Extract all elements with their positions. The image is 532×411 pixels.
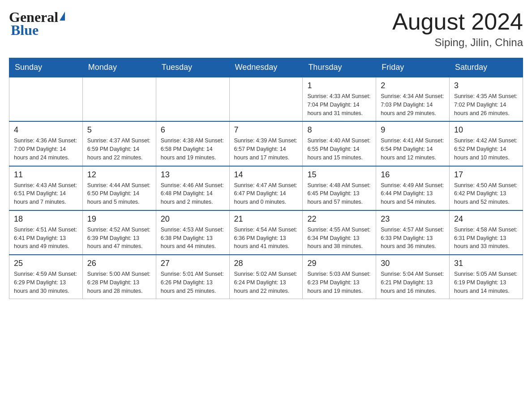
column-header-saturday: Saturday <box>450 58 523 77</box>
day-info: Sunrise: 4:52 AM Sunset: 6:39 PM Dayligh… <box>87 226 151 251</box>
day-info: Sunrise: 4:53 AM Sunset: 6:38 PM Dayligh… <box>161 226 225 251</box>
day-number: 21 <box>234 214 298 224</box>
day-number: 29 <box>307 259 371 268</box>
week-row-5: 25Sunrise: 4:59 AM Sunset: 6:29 PM Dayli… <box>9 255 523 299</box>
calendar-cell: 12Sunrise: 4:44 AM Sunset: 6:50 PM Dayli… <box>82 166 156 210</box>
calendar-cell: 4Sunrise: 4:36 AM Sunset: 7:00 PM Daylig… <box>9 121 83 166</box>
title-block: August 2024 Siping, Jilin, China <box>392 9 523 49</box>
calendar-cell: 26Sunrise: 5:00 AM Sunset: 6:28 PM Dayli… <box>82 255 156 299</box>
day-info: Sunrise: 4:55 AM Sunset: 6:34 PM Dayligh… <box>307 226 371 251</box>
day-info: Sunrise: 4:40 AM Sunset: 6:55 PM Dayligh… <box>307 137 371 162</box>
day-number: 25 <box>14 259 78 268</box>
page-header: General Blue August 2024 Siping, Jilin, … <box>9 9 523 49</box>
day-number: 26 <box>87 259 151 268</box>
day-number: 3 <box>454 81 518 90</box>
month-title: August 2024 <box>392 9 523 34</box>
calendar-cell: 8Sunrise: 4:40 AM Sunset: 6:55 PM Daylig… <box>303 121 376 166</box>
day-info: Sunrise: 4:34 AM Sunset: 7:03 PM Dayligh… <box>381 92 445 117</box>
column-header-friday: Friday <box>376 58 450 77</box>
day-info: Sunrise: 5:03 AM Sunset: 6:23 PM Dayligh… <box>307 270 371 295</box>
day-number: 7 <box>234 125 298 135</box>
day-info: Sunrise: 4:35 AM Sunset: 7:02 PM Dayligh… <box>454 92 518 117</box>
day-number: 16 <box>381 170 445 180</box>
column-header-wednesday: Wednesday <box>229 58 303 77</box>
day-number: 6 <box>161 125 225 135</box>
day-number: 31 <box>454 259 518 268</box>
day-number: 22 <box>307 214 371 224</box>
calendar-cell: 18Sunrise: 4:51 AM Sunset: 6:41 PM Dayli… <box>9 210 83 255</box>
day-info: Sunrise: 5:01 AM Sunset: 6:26 PM Dayligh… <box>161 270 225 295</box>
day-number: 1 <box>307 81 371 90</box>
day-number: 10 <box>454 125 518 135</box>
day-info: Sunrise: 4:47 AM Sunset: 6:47 PM Dayligh… <box>234 181 298 206</box>
day-number: 17 <box>454 170 518 180</box>
day-info: Sunrise: 4:51 AM Sunset: 6:41 PM Dayligh… <box>14 226 78 251</box>
day-number: 19 <box>87 214 151 224</box>
day-number: 4 <box>14 125 78 135</box>
calendar-cell: 22Sunrise: 4:55 AM Sunset: 6:34 PM Dayli… <box>303 210 376 255</box>
day-info: Sunrise: 4:46 AM Sunset: 6:48 PM Dayligh… <box>161 181 225 206</box>
day-info: Sunrise: 4:57 AM Sunset: 6:33 PM Dayligh… <box>381 226 445 251</box>
calendar-cell: 30Sunrise: 5:04 AM Sunset: 6:21 PM Dayli… <box>376 255 450 299</box>
calendar-cell: 11Sunrise: 4:43 AM Sunset: 6:51 PM Dayli… <box>9 166 83 210</box>
day-info: Sunrise: 4:43 AM Sunset: 6:51 PM Dayligh… <box>14 181 78 206</box>
day-number: 12 <box>87 170 151 180</box>
day-number: 14 <box>234 170 298 180</box>
logo-blue-text: Blue <box>11 22 39 39</box>
calendar-cell: 3Sunrise: 4:35 AM Sunset: 7:02 PM Daylig… <box>450 77 523 121</box>
day-number: 13 <box>161 170 225 180</box>
day-info: Sunrise: 4:36 AM Sunset: 7:00 PM Dayligh… <box>14 137 78 162</box>
column-header-thursday: Thursday <box>303 58 376 77</box>
day-info: Sunrise: 4:41 AM Sunset: 6:54 PM Dayligh… <box>381 137 445 162</box>
day-number: 2 <box>381 81 445 90</box>
day-info: Sunrise: 4:59 AM Sunset: 6:29 PM Dayligh… <box>14 270 78 295</box>
day-info: Sunrise: 4:50 AM Sunset: 6:42 PM Dayligh… <box>454 181 518 206</box>
week-row-3: 11Sunrise: 4:43 AM Sunset: 6:51 PM Dayli… <box>9 166 523 210</box>
logo-triangle-icon <box>60 12 65 21</box>
day-number: 9 <box>381 125 445 135</box>
day-info: Sunrise: 4:58 AM Sunset: 6:31 PM Dayligh… <box>454 226 518 251</box>
calendar-cell: 28Sunrise: 5:02 AM Sunset: 6:24 PM Dayli… <box>229 255 303 299</box>
calendar-cell: 25Sunrise: 4:59 AM Sunset: 6:29 PM Dayli… <box>9 255 83 299</box>
day-number: 27 <box>161 259 225 268</box>
day-info: Sunrise: 4:49 AM Sunset: 6:44 PM Dayligh… <box>381 181 445 206</box>
calendar-cell: 29Sunrise: 5:03 AM Sunset: 6:23 PM Dayli… <box>303 255 376 299</box>
day-info: Sunrise: 4:37 AM Sunset: 6:59 PM Dayligh… <box>87 137 151 162</box>
day-number: 30 <box>381 259 445 268</box>
calendar-cell: 15Sunrise: 4:48 AM Sunset: 6:45 PM Dayli… <box>303 166 376 210</box>
day-info: Sunrise: 4:39 AM Sunset: 6:57 PM Dayligh… <box>234 137 298 162</box>
day-number: 11 <box>14 170 78 180</box>
logo: General Blue <box>9 9 65 39</box>
calendar-table: SundayMondayTuesdayWednesdayThursdayFrid… <box>9 58 523 299</box>
day-info: Sunrise: 4:38 AM Sunset: 6:58 PM Dayligh… <box>161 137 225 162</box>
day-info: Sunrise: 4:54 AM Sunset: 6:36 PM Dayligh… <box>234 226 298 251</box>
calendar-cell: 1Sunrise: 4:33 AM Sunset: 7:04 PM Daylig… <box>303 77 376 121</box>
column-header-monday: Monday <box>82 58 156 77</box>
calendar-cell: 10Sunrise: 4:42 AM Sunset: 6:52 PM Dayli… <box>450 121 523 166</box>
day-number: 24 <box>454 214 518 224</box>
day-info: Sunrise: 4:44 AM Sunset: 6:50 PM Dayligh… <box>87 181 151 206</box>
calendar-cell: 24Sunrise: 4:58 AM Sunset: 6:31 PM Dayli… <box>450 210 523 255</box>
calendar-cell <box>156 77 229 121</box>
calendar-cell: 5Sunrise: 4:37 AM Sunset: 6:59 PM Daylig… <box>82 121 156 166</box>
day-number: 15 <box>307 170 371 180</box>
day-number: 5 <box>87 125 151 135</box>
calendar-cell: 13Sunrise: 4:46 AM Sunset: 6:48 PM Dayli… <box>156 166 229 210</box>
day-info: Sunrise: 5:04 AM Sunset: 6:21 PM Dayligh… <box>381 270 445 295</box>
calendar-cell <box>9 77 83 121</box>
calendar-cell: 19Sunrise: 4:52 AM Sunset: 6:39 PM Dayli… <box>82 210 156 255</box>
day-info: Sunrise: 4:42 AM Sunset: 6:52 PM Dayligh… <box>454 137 518 162</box>
calendar-cell <box>229 77 303 121</box>
calendar-cell: 16Sunrise: 4:49 AM Sunset: 6:44 PM Dayli… <box>376 166 450 210</box>
calendar-cell: 9Sunrise: 4:41 AM Sunset: 6:54 PM Daylig… <box>376 121 450 166</box>
calendar-header-row: SundayMondayTuesdayWednesdayThursdayFrid… <box>9 58 523 77</box>
day-number: 18 <box>14 214 78 224</box>
calendar-cell: 17Sunrise: 4:50 AM Sunset: 6:42 PM Dayli… <box>450 166 523 210</box>
week-row-1: 1Sunrise: 4:33 AM Sunset: 7:04 PM Daylig… <box>9 77 523 121</box>
day-info: Sunrise: 4:33 AM Sunset: 7:04 PM Dayligh… <box>307 92 371 117</box>
day-info: Sunrise: 5:00 AM Sunset: 6:28 PM Dayligh… <box>87 270 151 295</box>
day-number: 28 <box>234 259 298 268</box>
calendar-cell: 27Sunrise: 5:01 AM Sunset: 6:26 PM Dayli… <box>156 255 229 299</box>
week-row-4: 18Sunrise: 4:51 AM Sunset: 6:41 PM Dayli… <box>9 210 523 255</box>
day-number: 20 <box>161 214 225 224</box>
